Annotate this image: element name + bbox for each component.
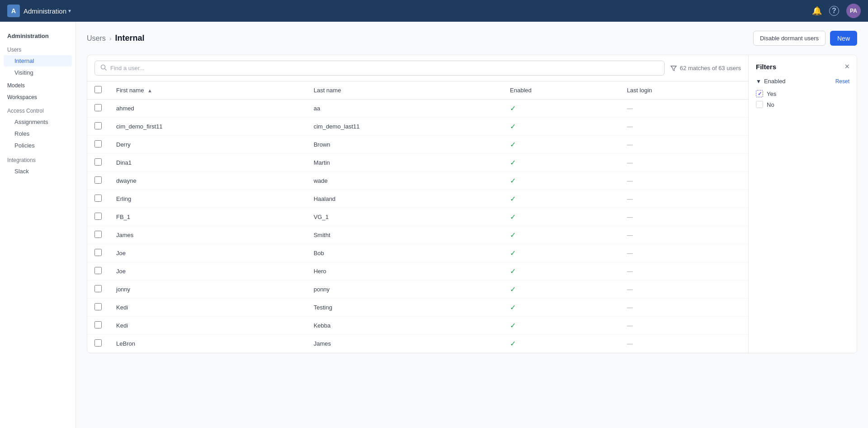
row-enabled-4: ✓	[503, 172, 620, 190]
table-row: ahmed aa ✓ —	[87, 100, 748, 118]
filters-close-button[interactable]: ×	[844, 62, 849, 71]
row-checkbox-5[interactable]	[94, 195, 102, 202]
filter-section-title: Enabled	[764, 78, 786, 85]
app-title-button[interactable]: Administration ▾	[24, 7, 71, 15]
row-checkbox-cell	[87, 244, 109, 262]
row-checkbox-7[interactable]	[94, 231, 102, 238]
filter-info: 62 matches of 63 users	[670, 65, 741, 72]
row-last-login-1: —	[620, 118, 748, 136]
sidebar-workspaces-section[interactable]: Workspaces	[0, 90, 75, 102]
sidebar-item-policies[interactable]: Policies	[4, 140, 72, 151]
row-checkbox-3[interactable]	[94, 158, 102, 166]
row-last-name-3: Martin	[307, 154, 503, 172]
users-table: First name ▲ Last name Enabled	[87, 81, 748, 353]
table-row: LeBron James ✓ —	[87, 335, 748, 353]
enabled-check-icon: ✓	[510, 159, 516, 166]
table-header-row: First name ▲ Last name Enabled	[87, 81, 748, 100]
row-checkbox-cell	[87, 335, 109, 353]
row-last-login-3: —	[620, 154, 748, 172]
row-checkbox-cell	[87, 281, 109, 299]
help-icon[interactable]: ?	[829, 6, 839, 16]
row-enabled-13: ✓	[503, 335, 620, 353]
table-row: Joe Hero ✓ —	[87, 262, 748, 281]
sidebar-item-internal[interactable]: Internal	[4, 55, 72, 67]
sidebar-item-visiting[interactable]: Visiting	[4, 67, 72, 78]
col-last-login-label: Last login	[627, 87, 652, 94]
row-checkbox-10[interactable]	[94, 285, 102, 292]
row-checkbox-12[interactable]	[94, 321, 102, 328]
table-row: Kedi Kebba ✓ —	[87, 317, 748, 335]
row-checkbox-2[interactable]	[94, 140, 102, 147]
row-enabled-11: ✓	[503, 299, 620, 317]
row-checkbox-1[interactable]	[94, 122, 102, 129]
row-enabled-0: ✓	[503, 100, 620, 118]
avatar[interactable]: PA	[846, 4, 861, 18]
sidebar-models-section[interactable]: Models	[0, 79, 75, 90]
row-last-login-5: —	[620, 190, 748, 208]
row-last-login-6: —	[620, 208, 748, 226]
row-checkbox-cell	[87, 136, 109, 154]
select-all-col	[87, 81, 109, 100]
col-first-name-label: First name	[116, 87, 144, 94]
row-first-name-12: Kedi	[109, 317, 307, 335]
row-first-name-4: dwayne	[109, 172, 307, 190]
breadcrumb-users-link[interactable]: Users	[87, 34, 106, 43]
search-bar: 62 matches of 63 users	[87, 55, 748, 81]
row-last-name-6: VG_1	[307, 208, 503, 226]
disable-dormant-button[interactable]: Disable dormant users	[753, 31, 826, 46]
row-checkbox-4[interactable]	[94, 176, 102, 184]
row-checkbox-13[interactable]	[94, 339, 102, 347]
col-enabled-label: Enabled	[510, 87, 532, 94]
row-checkbox-cell	[87, 226, 109, 244]
enabled-check-icon: ✓	[510, 195, 516, 203]
filter-icon	[670, 65, 677, 72]
filter-no-label: No	[767, 101, 774, 108]
row-first-name-3: Dina1	[109, 154, 307, 172]
page-header: Users › Internal Disable dormant users N…	[87, 31, 857, 46]
filter-no-checkbox[interactable]	[756, 101, 763, 108]
row-last-name-10: ponny	[307, 281, 503, 299]
table-row: FB_1 VG_1 ✓ —	[87, 208, 748, 226]
col-first-name[interactable]: First name ▲	[109, 81, 307, 100]
row-last-name-12: Kebba	[307, 317, 503, 335]
search-icon	[100, 64, 107, 72]
bell-icon[interactable]: 🔔	[812, 6, 822, 16]
row-enabled-12: ✓	[503, 317, 620, 335]
row-last-login-8: —	[620, 244, 748, 262]
row-enabled-9: ✓	[503, 262, 620, 281]
filter-yes-checkbox[interactable]: ✓	[756, 90, 763, 97]
row-last-name-5: Haaland	[307, 190, 503, 208]
search-input[interactable]	[110, 65, 659, 71]
row-first-name-2: Derry	[109, 136, 307, 154]
filter-expand-icon[interactable]: ▼	[756, 78, 761, 85]
row-checkbox-11[interactable]	[94, 303, 102, 310]
top-nav: A Administration ▾ 🔔 ? PA	[0, 0, 868, 22]
row-checkbox-8[interactable]	[94, 249, 102, 256]
row-last-login-10: —	[620, 281, 748, 299]
row-enabled-6: ✓	[503, 208, 620, 226]
table-row: jonny ponny ✓ —	[87, 281, 748, 299]
row-last-login-12: —	[620, 317, 748, 335]
filter-reset-button[interactable]: Reset	[835, 78, 849, 85]
filter-option-yes[interactable]: ✓ Yes	[756, 88, 849, 99]
row-last-login-9: —	[620, 262, 748, 281]
select-all-checkbox[interactable]	[94, 86, 102, 93]
row-checkbox-cell	[87, 262, 109, 281]
row-checkbox-0[interactable]	[94, 104, 102, 111]
enabled-check-icon: ✓	[510, 249, 516, 257]
row-checkbox-cell	[87, 100, 109, 118]
sidebar-item-slack[interactable]: Slack	[4, 166, 72, 177]
row-checkbox-cell	[87, 154, 109, 172]
content-area: 62 matches of 63 users First name	[87, 55, 857, 353]
sidebar: Administration Users Internal Visiting M…	[0, 22, 76, 428]
filter-yes-label: Yes	[767, 90, 776, 97]
row-checkbox-9[interactable]	[94, 267, 102, 274]
row-last-name-13: James	[307, 335, 503, 353]
new-button[interactable]: New	[830, 31, 857, 46]
sidebar-item-assignments[interactable]: Assignments	[4, 116, 72, 128]
filter-option-no[interactable]: No	[756, 99, 849, 110]
sidebar-item-roles[interactable]: Roles	[4, 128, 72, 139]
row-checkbox-6[interactable]	[94, 213, 102, 220]
row-last-login-0: —	[620, 100, 748, 118]
row-enabled-7: ✓	[503, 226, 620, 244]
